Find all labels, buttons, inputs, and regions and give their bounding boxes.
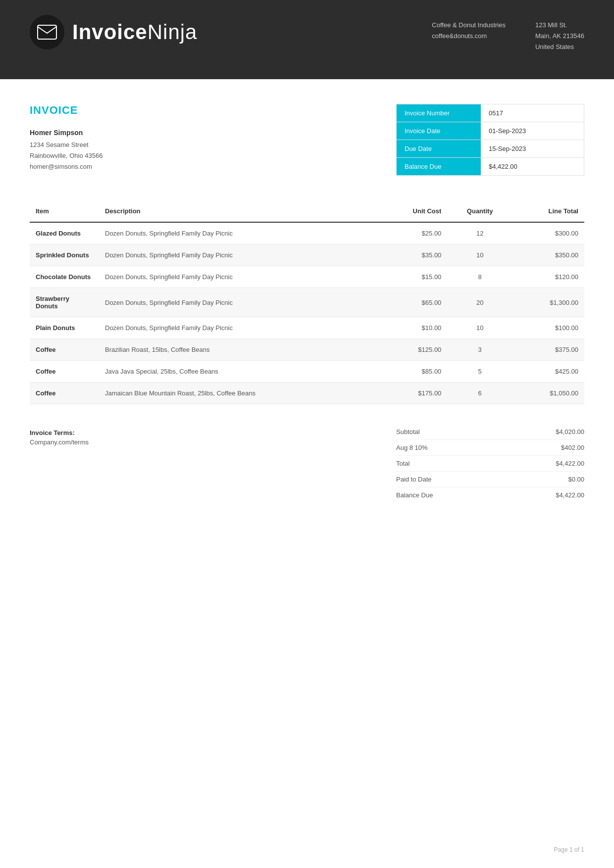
row-line-total: $100.00 [512, 317, 584, 339]
row-description: Dozen Donuts, Springfield Family Day Pic… [99, 266, 378, 288]
terms-title: Invoice Terms: [30, 429, 396, 436]
row-description: Brazilian Roast, 15lbs, Coffee Beans [99, 339, 378, 361]
final-balance-label: Balance Due [396, 491, 433, 499]
row-unit-cost: $85.00 [378, 361, 447, 383]
tax-row: Aug 8 10% $402.00 [396, 440, 584, 456]
invoice-top: INVOICE Homer Simpson 1234 Sesame Street… [30, 104, 584, 176]
header: InvoiceNinja Coffee & Donut Industries c… [0, 0, 614, 79]
subtotal-label: Subtotal [396, 428, 420, 435]
company-country: United States [535, 42, 584, 52]
row-quantity: 10 [447, 244, 512, 266]
balance-due-label: Balance Due [397, 158, 481, 175]
company-address2: Main, AK 213546 [535, 31, 584, 42]
row-unit-cost: $175.00 [378, 383, 447, 404]
client-name: Homer Simpson [30, 129, 396, 137]
paid-value: $0.00 [568, 476, 584, 483]
logo-area: InvoiceNinja [30, 15, 197, 49]
row-quantity: 5 [447, 361, 512, 383]
company-name: Coffee & Donut Industries [432, 20, 506, 31]
logo-normal: Ninja [148, 20, 198, 44]
due-date-label: Due Date [397, 140, 481, 157]
row-line-total: $120.00 [512, 266, 584, 288]
row-item: Glazed Donuts [30, 222, 99, 244]
invoice-number-value: 0517 [481, 104, 584, 122]
table-row: Coffee Jamaican Blue Mountain Roast, 25l… [30, 383, 584, 404]
row-quantity: 3 [447, 339, 512, 361]
table-row: Chocolate Donuts Dozen Donuts, Springfie… [30, 266, 584, 288]
row-description: Dozen Donuts, Springfield Family Day Pic… [99, 244, 378, 266]
row-unit-cost: $10.00 [378, 317, 447, 339]
company-website: coffee&donuts.com [432, 31, 506, 42]
company-col-1: Coffee & Donut Industries coffee&donuts.… [432, 20, 506, 52]
row-quantity: 10 [447, 317, 512, 339]
subtotal-row: Subtotal $4,020.00 [396, 424, 584, 440]
paid-row: Paid to Date $0.00 [396, 472, 584, 487]
row-line-total: $425.00 [512, 361, 584, 383]
row-item: Coffee [30, 339, 99, 361]
row-item: Strawberry Donuts [30, 288, 99, 317]
balance-due-value: $4,422.00 [481, 158, 584, 175]
client-address: 1234 Sesame Street Rainbowville, Ohio 43… [30, 140, 396, 172]
table-row: Glazed Donuts Dozen Donuts, Springfield … [30, 222, 584, 244]
row-line-total: $1,050.00 [512, 383, 584, 404]
company-address1: 123 Mill St. [535, 20, 584, 31]
total-row: Total $4,422.00 [396, 456, 584, 472]
table-row: Strawberry Donuts Dozen Donuts, Springfi… [30, 288, 584, 317]
row-description: Java Java Special, 25lbs, Coffee Beans [99, 361, 378, 383]
invoice-date-label: Invoice Date [397, 122, 481, 140]
balance-due-row: Balance Due $4,422.00 [397, 158, 584, 175]
main-content: INVOICE Homer Simpson 1234 Sesame Street… [0, 79, 614, 528]
logo-icon [30, 15, 64, 49]
final-balance-row: Balance Due $4,422.00 [396, 487, 584, 503]
row-quantity: 6 [447, 383, 512, 404]
tax-value: $402.00 [561, 444, 584, 451]
row-description: Dozen Donuts, Springfield Family Day Pic… [99, 317, 378, 339]
paid-label: Paid to Date [396, 476, 432, 483]
col-line-total: Line Total [512, 200, 584, 222]
company-info: Coffee & Donut Industries coffee&donuts.… [432, 20, 584, 52]
company-col-2: 123 Mill St. Main, AK 213546 United Stat… [535, 20, 584, 52]
invoice-number-label: Invoice Number [397, 104, 481, 122]
row-line-total: $375.00 [512, 339, 584, 361]
invoice-label: INVOICE [30, 104, 396, 117]
table-row: Sprinkled Donuts Dozen Donuts, Springfie… [30, 244, 584, 266]
row-unit-cost: $65.00 [378, 288, 447, 317]
due-date-value: 15-Sep-2023 [481, 140, 584, 157]
table-header-row: Item Description Unit Cost Quantity Line… [30, 200, 584, 222]
row-line-total: $350.00 [512, 244, 584, 266]
invoice-info-box: Invoice Number 0517 Invoice Date 01-Sep-… [396, 104, 584, 176]
table-row: Coffee Brazilian Roast, 15lbs, Coffee Be… [30, 339, 584, 361]
row-item: Coffee [30, 383, 99, 404]
page-footer: Page 1 of 1 [554, 846, 584, 853]
row-description: Dozen Donuts, Springfield Family Day Pic… [99, 288, 378, 317]
total-value: $4,422.00 [556, 460, 584, 467]
row-unit-cost: $125.00 [378, 339, 447, 361]
terms-section: Invoice Terms: Company.com/terms [30, 424, 396, 446]
col-description: Description [99, 200, 378, 222]
row-unit-cost: $15.00 [378, 266, 447, 288]
col-quantity: Quantity [447, 200, 512, 222]
final-balance-value: $4,422.00 [556, 491, 584, 499]
svg-rect-0 [38, 25, 56, 39]
row-quantity: 20 [447, 288, 512, 317]
items-table: Item Description Unit Cost Quantity Line… [30, 200, 584, 404]
row-description: Jamaican Blue Mountain Roast, 25lbs, Cof… [99, 383, 378, 404]
client-street: 1234 Sesame Street [30, 140, 396, 150]
invoice-number-row: Invoice Number 0517 [397, 104, 584, 122]
totals-section: Subtotal $4,020.00 Aug 8 10% $402.00 Tot… [396, 424, 584, 503]
row-unit-cost: $25.00 [378, 222, 447, 244]
footer-section: Invoice Terms: Company.com/terms Subtota… [30, 424, 584, 503]
row-quantity: 12 [447, 222, 512, 244]
col-item: Item [30, 200, 99, 222]
subtotal-value: $4,020.00 [556, 428, 584, 435]
row-unit-cost: $35.00 [378, 244, 447, 266]
logo-bold: Invoice [72, 20, 148, 44]
client-email: homer@simsons.com [30, 161, 396, 172]
table-row: Plain Donuts Dozen Donuts, Springfield F… [30, 317, 584, 339]
row-item: Plain Donuts [30, 317, 99, 339]
row-description: Dozen Donuts, Springfield Family Day Pic… [99, 222, 378, 244]
terms-text: Company.com/terms [30, 438, 396, 446]
total-label: Total [396, 460, 409, 467]
logo-text: InvoiceNinja [72, 20, 197, 44]
row-quantity: 8 [447, 266, 512, 288]
